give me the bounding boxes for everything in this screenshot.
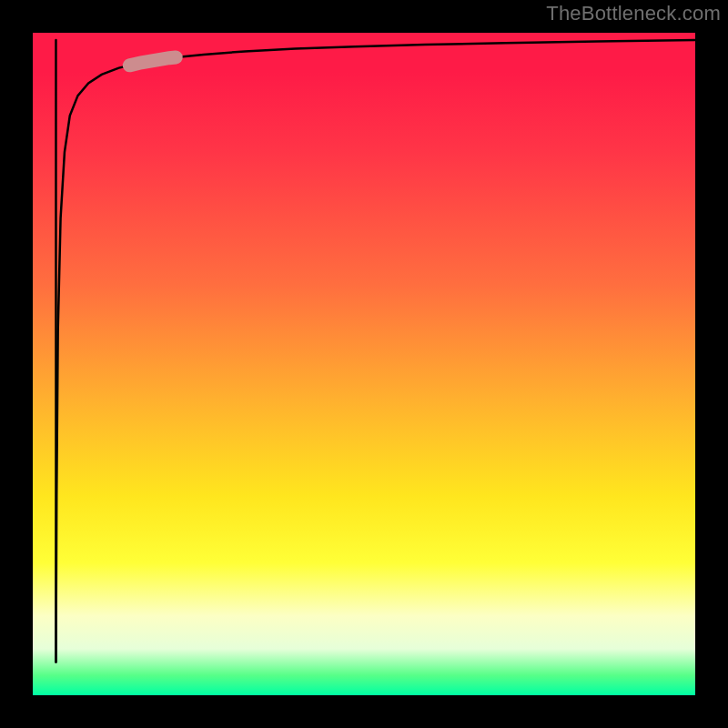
curve-svg [33,33,695,695]
highlight-segment [129,57,176,66]
chart-frame: TheBottleneck.com [0,0,728,728]
attribution-text: TheBottleneck.com [546,2,721,25]
plot-area [33,33,695,695]
bottleneck-curve-path [56,40,695,662]
